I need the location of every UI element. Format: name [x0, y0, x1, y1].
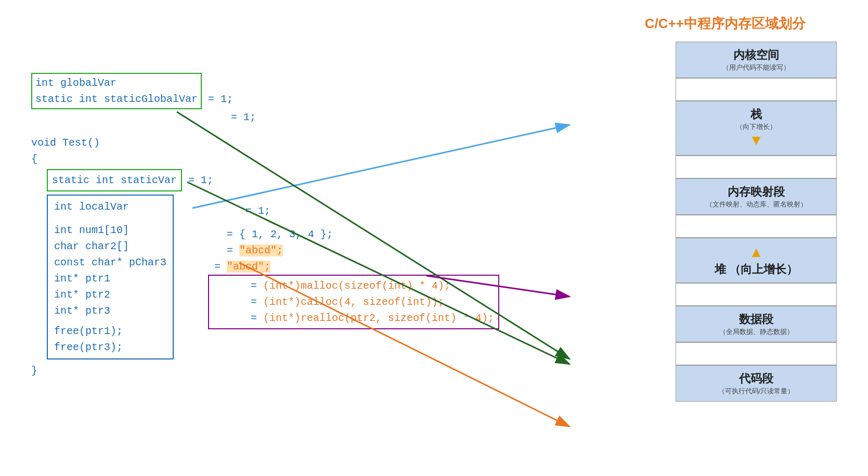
heap-arrow-up: ▲ [676, 243, 836, 262]
mem-code: 代码段 （可执行代码/只读常量） [676, 365, 837, 402]
code-values: = 1; = { 1, 2, 3, 4 }; = "abcd"; = "abcd… [208, 203, 499, 329]
page-title: C/C++中程序内存区域划分 [645, 15, 806, 33]
staticvar-box: static int staticVar [47, 169, 182, 191]
alloc-box: = (int*)malloc(sizeof(int) * 4); = (int*… [208, 275, 499, 329]
code-line-staticvar: static int staticVar = 1; [47, 169, 256, 191]
mem-gap4 [676, 283, 837, 306]
code-line-globalvar: int globalVarstatic int staticGlobalVar … [31, 73, 256, 125]
stack-arrow-down: ▼ [676, 132, 836, 150]
local-vars-box: int localVar int num1[10] char char2[] c… [47, 195, 174, 359]
mem-gap1 [676, 78, 837, 101]
mem-kernel: 内核空间 （用户代码不能读写） [676, 42, 837, 78]
code-line-brace-close: } [31, 363, 256, 379]
mem-heap: ▲ 堆 （向上增长） [676, 238, 837, 283]
mem-gap2 [676, 156, 837, 178]
memory-diagram: 内核空间 （用户代码不能读写） 栈 （向下增长） ▼ 内存映射段 （文件映射、动… [676, 42, 837, 402]
globalvar-box: int globalVarstatic int staticGlobalVar [31, 73, 202, 109]
mem-data: 数据段 （全局数据、静态数据） [676, 306, 837, 342]
mem-gap3 [676, 215, 837, 238]
code-line-void: void Test() [31, 135, 256, 151]
mem-stack: 栈 （向下增长） ▼ [676, 101, 837, 156]
code-line-brace-open: { [31, 151, 256, 167]
mem-gap5 [676, 342, 837, 365]
mem-mmap: 内存映射段 （文件映射、动态库、匿名映射） [676, 178, 837, 215]
